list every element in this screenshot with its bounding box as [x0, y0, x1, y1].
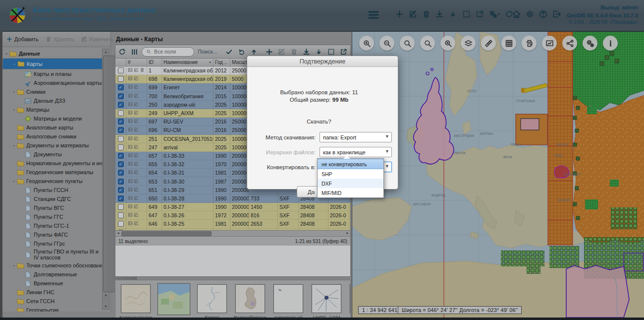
convert-to-label: Конвертировать в: [252, 164, 320, 170]
dropdown-notch [343, 155, 350, 159]
dropdown-option[interactable]: SHP [318, 169, 383, 179]
download-method-value: папка: Export [323, 134, 356, 140]
dialog-question: Скачать? [247, 119, 391, 125]
convert-dropdown-list: не конвертироватьSHPDXFMIF/MID [317, 158, 384, 198]
dropdown-option[interactable]: DXF [318, 179, 383, 188]
download-method-label: Метод скачивания: [252, 134, 320, 140]
chevron-down-icon: ▼ [385, 164, 389, 169]
file-hierarchy-value: как в хранилище [323, 149, 366, 155]
dropdown-option[interactable]: не конвертировать [318, 159, 383, 169]
chevron-down-icon: ▼ [385, 134, 389, 139]
dialog-title[interactable]: Подтверждение [247, 56, 398, 67]
dropdown-option[interactable]: MIF/MID [318, 188, 383, 197]
app-root: Банк пространственных данных Схема метад… [0, 0, 644, 320]
file-hierarchy-select[interactable]: как в хранилище ▼ [320, 147, 392, 157]
file-hierarchy-label: Иерархия файлов: [252, 149, 320, 155]
file-hierarchy-row: Иерархия файлов: как в хранилище ▼ [252, 147, 392, 157]
selected-datasets-line: Выбрано наборов данных: 11 [247, 89, 391, 96]
download-method-select[interactable]: папка: Export ▼ [320, 132, 392, 142]
download-method-row: Метод скачивания: папка: Export ▼ [252, 132, 392, 142]
total-size-line: Общий размер: 99 Mb [247, 96, 391, 104]
dialog-summary: Выбрано наборов данных: 11 Общий размер:… [247, 89, 391, 104]
total-size-value: 99 Mb [332, 97, 349, 103]
chevron-down-icon: ▼ [385, 149, 389, 154]
